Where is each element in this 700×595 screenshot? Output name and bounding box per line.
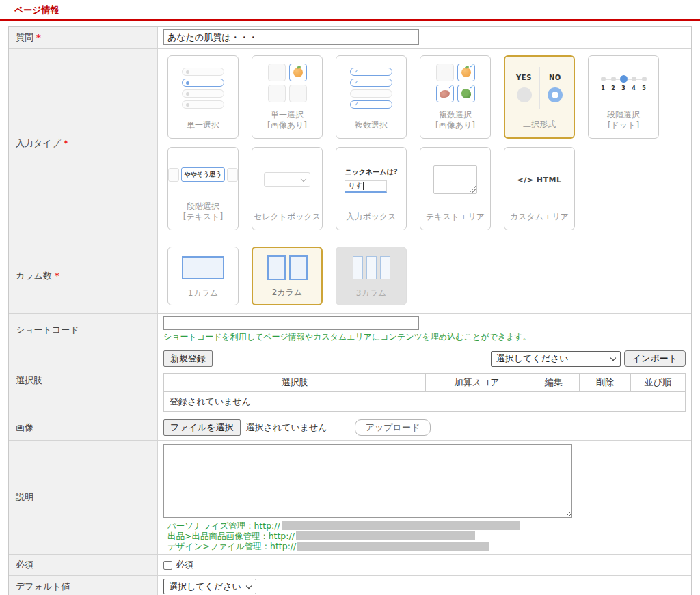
binary-thumbnail: YES NO [505,57,574,120]
default-value-select[interactable]: 選択してください [163,579,256,594]
required-checkbox-label: 必須 [176,559,193,571]
column-header-edit: 編集 [528,374,579,391]
column-card-2[interactable]: 2カラム [252,247,323,305]
shortcode-input[interactable] [163,316,419,330]
row-default-value: デフォルト値 選択してください [9,576,691,595]
input-type-label: 入力タイプ [16,137,61,150]
no-ring-icon [548,87,563,102]
column-header-score: 加算スコア [425,374,528,391]
broccoli-icon [461,89,471,98]
text-cursor [363,182,364,190]
input-type-card-select-box[interactable]: セレクトボックス [252,147,323,230]
shortcode-label: ショートコード [16,324,79,336]
column-header-choice: 選択肢 [164,374,425,391]
chevron-down-icon [301,176,306,181]
required-row-label: 必須 [16,559,33,571]
card-sublabel: [画像あり] [420,120,490,130]
input-type-card-step-text[interactable]: ややそう思う 段階選択 [テキスト] [167,147,239,230]
column-card-1[interactable]: 1カラム [167,247,239,305]
card-label: 複数選択 [336,120,406,138]
card-label: 単一選択 [252,110,322,120]
upload-button[interactable]: アップロード [355,419,431,436]
question-label: 質問 [16,31,33,44]
help-link-file-manage: デザイン>ファイル管理 : http:// [167,541,686,551]
card-label: 1カラム [168,288,238,305]
page-title: ページ情報 [0,0,700,16]
file-select-button[interactable]: ファイルを選択 [163,419,241,436]
row-description: 説明 パーソナライズ管理 : http:// 出品>出品商品画像管理 : htt… [9,441,691,555]
row-input-type: 入力タイプ * 単一選択 [9,49,691,238]
no-label: NO [549,74,561,81]
card-label: 二択形式 [505,120,574,137]
description-label: 説明 [16,491,33,503]
card-label: 単一選択 [168,120,238,138]
step-text-sample: ややそう思う [181,167,224,182]
card-sublabel: [テキスト] [168,212,238,222]
step-text-thumbnail: ややそう思う [168,148,238,202]
input-type-card-binary[interactable]: YES NO 二択形式 [504,55,575,139]
help-link-personalize: パーソナライズ管理 : http:// [167,521,686,531]
chevron-down-icon [610,355,616,361]
input-type-card-single-select-image[interactable]: 単一選択 [画像あり] [252,55,323,139]
card-label: テキストエリア [420,212,490,230]
chevron-down-icon [246,583,252,588]
redacted-url [296,531,475,540]
choices-label: 選択肢 [16,374,42,387]
orange-icon [461,68,471,77]
choices-table: 選択肢 加算スコア 編集 削除 並び順 登録されていません [163,373,686,412]
input-type-card-single-select[interactable]: 単一選択 [167,55,239,139]
one-column-thumbnail [168,247,238,288]
required-asterisk: * [55,271,59,281]
input-box-sample-label: ニックネームは? [345,167,397,177]
new-choice-button[interactable]: 新規登録 [163,350,213,367]
file-status-text: 選択されていません [246,421,327,434]
input-type-card-custom-area[interactable]: </> HTML カスタムエリア [504,147,575,230]
card-label: 複数選択 [420,110,490,120]
input-type-card-textarea[interactable]: テキストエリア [420,147,491,230]
help-link-product-image: 出品>出品商品画像管理 : http:// [167,531,686,541]
card-label: 段階選択 [589,110,658,120]
three-column-thumbnail [336,247,406,288]
card-label: カスタムエリア [504,212,574,230]
resize-grip-icon [470,186,476,193]
input-type-card-input-box[interactable]: ニックネームは? りす 入力ボックス [336,147,407,230]
step-dot-thumbnail: 1 2 3 4 5 [589,56,658,110]
input-box-sample-value: りす [348,181,362,191]
default-value-label: デフォルト値 [16,581,70,593]
single-select-image-thumbnail [252,56,322,110]
column-header-delete: 削除 [579,374,630,391]
card-sublabel: [画像あり] [252,120,322,130]
row-question: 質問 * [9,27,691,49]
question-input[interactable] [163,29,419,45]
row-choices: 選択肢 新規登録 選択してください インポート 選択肢 加算スコア 編集 削除 … [9,346,691,415]
select-box-thumbnail [252,148,322,212]
column-header-order: 並び順 [630,374,685,391]
columns-label: カラム数 [16,270,52,282]
row-required: 必須 必須 [9,555,691,576]
yes-circle-icon [517,87,532,102]
required-checkbox[interactable] [163,561,172,570]
card-label: 入力ボックス [336,212,406,230]
row-columns: カラム数 * 1カラム 2カラム [9,238,691,314]
choices-import-select[interactable]: 選択してください [491,351,621,367]
custom-area-thumbnail: </> HTML [504,148,574,212]
shortcode-help-text: ショートコードを利用してページ情報やカスタムエリアにコンテンツを埋め込むことがで… [163,331,686,343]
input-type-card-multi-select[interactable]: ✓ ✓ ✓ 複数選択 [336,55,407,139]
multi-select-image-thumbnail: ✓ ✓ ✓ [420,56,490,110]
row-shortcode: ショートコード ショートコードを利用してページ情報やカスタムエリアにコンテンツを… [9,314,691,346]
two-column-thumbnail [253,248,321,288]
input-type-card-step-dot[interactable]: 1 2 3 4 5 段階選択 [ドット] [588,55,659,139]
description-textarea[interactable] [163,444,572,518]
required-asterisk: * [36,32,41,42]
card-sublabel: [ドット] [589,120,658,130]
input-type-card-multi-select-image[interactable]: ✓ ✓ ✓ 複数選択 [画像あり] [420,55,491,139]
card-label: 3カラム [336,288,406,305]
textarea-thumbnail [420,148,490,212]
yes-label: YES [516,74,532,81]
import-button[interactable]: インポート [624,350,686,367]
single-select-thumbnail [168,56,238,120]
multi-select-thumbnail: ✓ ✓ ✓ [336,56,406,120]
choices-empty-message: 登録されていません [164,392,685,411]
required-asterisk: * [64,138,68,148]
orange-icon [293,68,303,77]
